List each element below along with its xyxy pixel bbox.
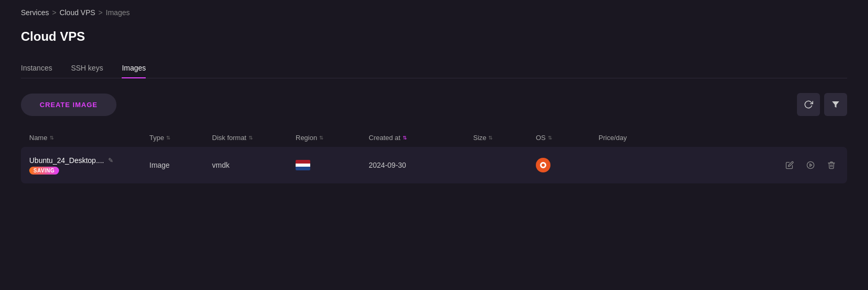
breadcrumb-current: Images	[106, 8, 130, 17]
disk-format-cell: vmdk	[212, 161, 296, 169]
flag-stripe-blue	[296, 167, 310, 170]
name-row: Ubuntu_24_Desktop.... ✎	[29, 156, 149, 165]
sort-disk-icon[interactable]: ⇅	[249, 135, 253, 141]
sort-region-icon[interactable]: ⇅	[319, 135, 323, 141]
toolbar: CREATE IMAGE	[21, 93, 847, 116]
sort-type-icon[interactable]: ⇅	[166, 135, 170, 141]
flag-stripe-red	[296, 160, 310, 164]
col-name: Name ⇅	[29, 134, 149, 142]
breadcrumb-sep-1: >	[52, 8, 56, 17]
row-name: Ubuntu_24_Desktop....	[29, 156, 104, 165]
svg-marker-1	[810, 164, 812, 166]
table-header: Name ⇅ Type ⇅ Disk format ⇅ Region ⇅ Cre…	[21, 129, 847, 147]
refresh-button[interactable]	[797, 93, 820, 116]
row-actions	[599, 158, 839, 172]
breadcrumb: Services > Cloud VPS > Images	[21, 8, 847, 17]
region-cell	[296, 160, 369, 170]
created-at-cell: 2024-09-30	[369, 161, 473, 169]
tab-images[interactable]: Images	[122, 59, 146, 78]
col-type: Type ⇅	[149, 134, 212, 142]
tab-ssh-keys[interactable]: SSH keys	[71, 59, 103, 78]
row-delete-icon[interactable]	[824, 158, 839, 172]
row-play-icon[interactable]	[803, 158, 818, 172]
tabs-container: Instances SSH keys Images	[21, 59, 847, 78]
inline-edit-icon[interactable]: ✎	[108, 157, 113, 164]
col-created-at: Created at ⇅	[369, 134, 473, 142]
svg-point-0	[807, 161, 814, 168]
status-badge: SAVING	[29, 167, 59, 175]
col-size: Size ⇅	[473, 134, 536, 142]
row-edit-icon[interactable]	[782, 158, 797, 172]
refresh-icon	[804, 100, 813, 109]
sort-created-icon[interactable]: ⇅	[403, 135, 407, 141]
breadcrumb-services[interactable]: Services	[21, 8, 49, 17]
col-disk-format: Disk format ⇅	[212, 134, 296, 142]
sort-os-icon[interactable]: ⇅	[548, 135, 552, 141]
name-cell: Ubuntu_24_Desktop.... ✎ SAVING	[29, 156, 149, 175]
ubuntu-inner-circle	[540, 162, 546, 168]
type-cell: Image	[149, 161, 212, 169]
filter-icon	[831, 100, 840, 109]
breadcrumb-cloud-vps[interactable]: Cloud VPS	[60, 8, 95, 17]
page-title: Cloud VPS	[21, 29, 847, 44]
create-image-button[interactable]: CREATE IMAGE	[21, 94, 116, 116]
ubuntu-icon	[536, 158, 550, 172]
col-os: OS ⇅	[536, 134, 599, 142]
table-row: Ubuntu_24_Desktop.... ✎ SAVING Image vmd…	[21, 147, 847, 183]
sort-size-icon[interactable]: ⇅	[488, 135, 492, 141]
col-price-day: Price/day	[599, 134, 839, 142]
sort-name-icon[interactable]: ⇅	[50, 135, 54, 141]
os-cell	[536, 158, 599, 172]
table-container: Name ⇅ Type ⇅ Disk format ⇅ Region ⇅ Cre…	[21, 129, 847, 183]
filter-button[interactable]	[824, 93, 847, 116]
toolbar-right	[797, 93, 847, 116]
price-day-cell	[599, 158, 839, 172]
page-wrapper: Services > Cloud VPS > Images Cloud VPS …	[0, 0, 868, 206]
breadcrumb-sep-2: >	[98, 8, 102, 17]
tab-instances[interactable]: Instances	[21, 59, 52, 78]
col-region: Region ⇅	[296, 134, 369, 142]
netherlands-flag	[296, 160, 310, 170]
flag-stripe-white	[296, 164, 310, 167]
